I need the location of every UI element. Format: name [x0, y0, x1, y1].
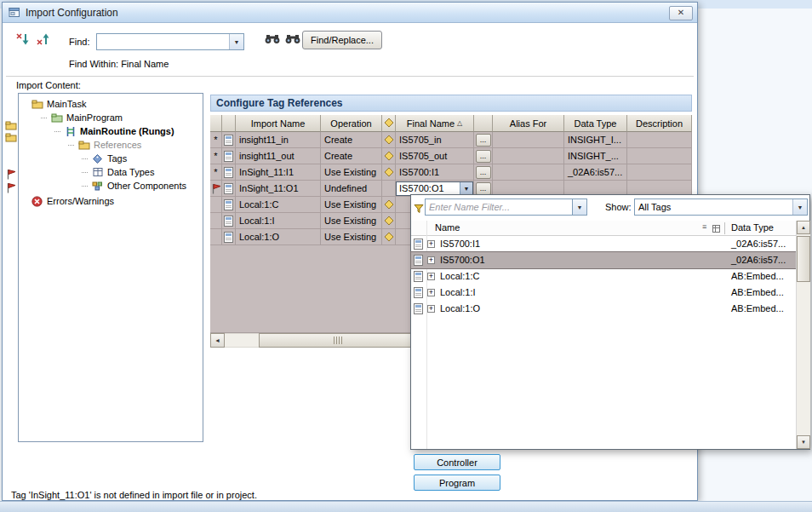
find-next-button[interactable]: [263, 31, 282, 49]
import-marker-down-button[interactable]: [13, 31, 31, 49]
cell-operation[interactable]: Undefined: [321, 181, 382, 197]
name-column-header[interactable]: Name: [435, 222, 460, 233]
chevron-down-icon: ▼: [464, 186, 470, 192]
picker-header-row: Name ≡ Data Type: [411, 221, 796, 236]
cell-operation[interactable]: Create: [321, 132, 382, 148]
cell-description[interactable]: [627, 132, 692, 148]
import-marker-up-button[interactable]: [33, 31, 52, 49]
find-previous-button[interactable]: [283, 31, 302, 49]
tree-item-tags[interactable]: Tags: [19, 152, 203, 165]
cell-import-name[interactable]: insight11_in: [236, 132, 321, 148]
column-header-alias-for[interactable]: Alias For: [493, 115, 564, 132]
column-grid-icon[interactable]: [712, 224, 720, 234]
cell-alias-for[interactable]: [493, 164, 564, 181]
vscroll-thumb[interactable]: [797, 236, 810, 282]
picker-row[interactable]: + Local:1:O AB:Embed...: [411, 301, 796, 317]
scroll-up-button[interactable]: ▲: [797, 221, 810, 234]
tree-item-data-types[interactable]: Data Types: [19, 165, 203, 179]
cell-alias-for[interactable]: [493, 148, 564, 164]
picker-row[interactable]: + Local:1:C AB:Embed...: [411, 268, 796, 285]
picker-row-selected[interactable]: + IS5700:O1 _02A6:is57...: [411, 252, 796, 268]
cell-final-name[interactable]: IS5705_out: [396, 148, 474, 164]
expand-button[interactable]: +: [427, 305, 435, 313]
final-tag-icon: [382, 148, 396, 164]
final-name-dropdown-button[interactable]: ▼: [460, 182, 472, 195]
show-label: Show:: [605, 202, 632, 212]
cell-description[interactable]: [627, 164, 692, 181]
cell-import-name[interactable]: insight11_out: [236, 148, 321, 164]
cell-import-name[interactable]: InSight_11:O1: [236, 181, 321, 197]
column-header-import-name[interactable]: Import Name: [236, 115, 321, 132]
picker-row[interactable]: + Local:1:I AB:Embed...: [411, 285, 796, 301]
header-separator: [724, 222, 725, 234]
find-input[interactable]: [97, 34, 229, 49]
show-dropdown-button[interactable]: ▼: [792, 199, 807, 215]
tree-item-maintask[interactable]: MainTask: [19, 97, 203, 111]
scroll-down-button[interactable]: ▼: [797, 435, 810, 449]
expand-button[interactable]: +: [427, 256, 435, 264]
browse-button[interactable]: ...: [476, 150, 491, 163]
table-row[interactable]: * insight11_out Create IS5705_out ... IN…: [210, 148, 692, 164]
show-combobox[interactable]: All Tags ▼: [634, 198, 808, 216]
picker-tag-type: _02A6:is57...: [731, 255, 786, 265]
references-folder-icon: [77, 140, 90, 151]
cell-import-name[interactable]: Local:1:O: [236, 229, 321, 245]
controller-scope-button[interactable]: Controller: [414, 454, 500, 470]
expand-button[interactable]: +: [427, 289, 435, 296]
cell-description[interactable]: [627, 148, 692, 164]
table-row[interactable]: * InSight_11:I1 Use Existing IS5700:I1 .…: [210, 164, 692, 181]
cell-import-name[interactable]: InSight_11:I1: [236, 164, 321, 181]
tree-item-mainprogram[interactable]: MainProgram: [19, 111, 203, 124]
filter-dropdown-button[interactable]: ▼: [573, 198, 587, 216]
cell-operation[interactable]: Create: [321, 148, 382, 164]
cell-data-type[interactable]: INSIGHT_...: [564, 148, 627, 164]
cell-data-type[interactable]: _02A6:is57...: [564, 164, 627, 181]
tree-item-label: MainTask: [47, 99, 86, 109]
picker-tag-name: IS5700:I1: [440, 239, 480, 249]
expand-button[interactable]: +: [427, 240, 435, 248]
close-button[interactable]: ✕: [669, 6, 693, 20]
browse-button[interactable]: ...: [476, 166, 491, 179]
column-menu-icon[interactable]: ≡: [702, 222, 706, 231]
tree-item-mainroutine[interactable]: MainRoutine (Rungs): [19, 124, 203, 138]
tag-card-icon: [222, 181, 236, 197]
picker-tag-type: _02A6:is57...: [731, 239, 786, 249]
expand-button[interactable]: +: [427, 273, 435, 280]
picker-vscrollbar[interactable]: ▲ ▼: [796, 221, 810, 449]
tree-item-errors-warnings[interactable]: Errors/Warnings: [19, 194, 203, 208]
find-replace-button[interactable]: Find/Replace...: [302, 31, 382, 49]
tree-item-label: Other Components: [107, 181, 186, 191]
show-value: All Tags: [635, 202, 792, 212]
cell-operation[interactable]: Use Existing: [321, 197, 382, 213]
cell-data-type[interactable]: INSIGHT_I...: [564, 132, 627, 148]
column-header-description[interactable]: Description: [627, 115, 692, 132]
picker-row[interactable]: + IS5700:I1 _02A6:is57...: [411, 236, 796, 252]
find-combobox[interactable]: ▼: [96, 33, 244, 50]
cell-final-name[interactable]: IS5705_in: [396, 132, 474, 148]
column-header-data-type[interactable]: Data Type: [564, 115, 627, 132]
close-icon: ✕: [678, 8, 684, 17]
name-filter-input[interactable]: [425, 198, 573, 216]
cell-operation[interactable]: Use Existing: [321, 213, 382, 229]
cell-final-name[interactable]: IS5700:I1: [396, 164, 474, 181]
scroll-left-button[interactable]: ◄: [210, 333, 225, 348]
browse-button[interactable]: ...: [476, 182, 491, 195]
cell-operation[interactable]: Use Existing: [321, 164, 382, 181]
column-header-operation[interactable]: Operation: [321, 115, 382, 132]
tree-item-other-components[interactable]: Other Components: [19, 179, 203, 193]
tree-item-references[interactable]: References: [19, 138, 203, 152]
browse-button[interactable]: ...: [476, 134, 491, 147]
final-name-combobox[interactable]: IS5700:O1 ▼: [396, 181, 473, 196]
column-header-final-name[interactable]: Final Name△: [396, 115, 474, 132]
cell-operation[interactable]: Use Existing: [321, 229, 382, 245]
hscroll-thumb[interactable]: [259, 333, 416, 348]
table-row[interactable]: * insight11_in Create IS5705_in ... INSI…: [210, 132, 692, 148]
data-type-column-header[interactable]: Data Type: [731, 222, 774, 233]
cell-import-name[interactable]: Local:1:C: [236, 197, 321, 213]
cell-alias-for[interactable]: [493, 132, 564, 148]
thumb-grip: [334, 337, 342, 344]
program-scope-button[interactable]: Program: [414, 475, 500, 491]
tree-item-label: MainRoutine (Rungs): [80, 126, 174, 136]
cell-import-name[interactable]: Local:1:I: [236, 213, 321, 229]
find-dropdown-button[interactable]: ▼: [229, 34, 243, 49]
